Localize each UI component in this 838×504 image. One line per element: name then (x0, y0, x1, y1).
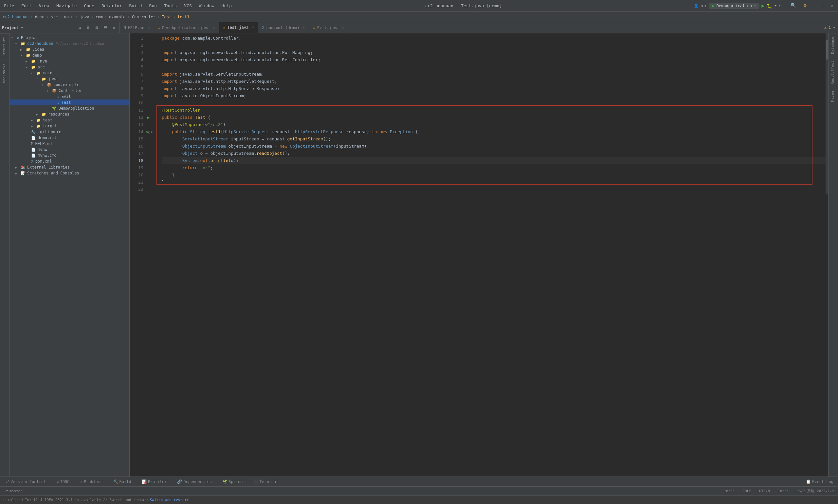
coverage-button[interactable]: ☂ (774, 3, 777, 8)
breadcrumb-project[interactable]: cc2-houduan (3, 15, 29, 19)
tree-cc2-houduan[interactable]: ▾ 📁 cc2-houduan F:/java-sec/cc2-houduan (10, 40, 129, 47)
tool-build[interactable]: 🔨 Build (111, 479, 133, 485)
tool-event-log[interactable]: 📋 Event Log (804, 479, 835, 485)
status-line-col[interactable]: 18:31 (723, 489, 736, 493)
tool-spring[interactable]: 🌱 Spring (220, 479, 245, 485)
run-forward-icon[interactable]: ▶ (705, 4, 707, 8)
tree-com-example[interactable]: ▾ 📦 com.example (10, 82, 129, 88)
code-line-21[interactable]: } (162, 179, 825, 186)
breadcrumb-module[interactable]: demo (35, 15, 44, 19)
tree-test-dir[interactable]: ▶ 📁 test (10, 117, 129, 123)
tree-test-java[interactable]: ▶ ☕ Test (10, 100, 129, 105)
gutter-run-icon-l12[interactable]: ▶ (147, 114, 157, 121)
code-line-17[interactable]: Object o = objectInputStream. readObject… (162, 150, 825, 157)
run-config-chevron[interactable]: ▾ (754, 4, 756, 8)
tool-todo[interactable]: ☑ TODO (54, 479, 71, 485)
code-line-8[interactable]: import javax.servlet.http.HttpServletRes… (162, 85, 825, 92)
scrollbar-thumb[interactable] (826, 40, 828, 59)
tree-gitignore[interactable]: ▶ 🔧 .gitignore (10, 129, 129, 135)
tree-controller-pkg[interactable]: ▾ 📦 Controller (10, 88, 129, 94)
right-tab-maven[interactable]: Maven (828, 88, 838, 105)
tree-demo-iml[interactable]: ▶ 📄 demo.iml (10, 135, 129, 141)
left-tab-bookmarks[interactable]: Bookmarks (0, 60, 10, 86)
run-config-profile-icon[interactable]: 👤 (694, 4, 698, 8)
status-git[interactable]: ⎇ master (3, 489, 24, 493)
code-line-3[interactable]: import org.springframework.web.bind.anno… (162, 49, 825, 56)
code-line-15[interactable]: ServletInputStream inputStream = request… (162, 136, 825, 143)
code-line-2[interactable] (162, 42, 825, 49)
tree-pom-xml[interactable]: ▶ X pom.xml (10, 158, 129, 164)
tab-close-demo[interactable]: × (213, 25, 215, 30)
settings-icon[interactable]: ☰ (102, 24, 109, 32)
breadcrumb-java[interactable]: java (80, 15, 89, 19)
tab-demo-application[interactable]: ☕ DemoApplication.java × (154, 22, 219, 33)
expand-all-icon[interactable]: ⊞ (85, 24, 92, 32)
left-tab-structure[interactable]: Structure (0, 33, 10, 60)
tab-help-md[interactable]: M HELP.md × (120, 22, 154, 33)
code-line-5[interactable] (162, 64, 825, 71)
menu-help[interactable]: Help (220, 3, 233, 9)
tab-close-pom[interactable]: × (303, 25, 305, 30)
gear-icon[interactable]: ⚙ (76, 24, 84, 32)
tree-demo[interactable]: ▾ 📁 demo (10, 52, 129, 58)
code-line-11[interactable]: @RestController (162, 107, 825, 114)
code-line-19[interactable]: return "ok" ; (162, 164, 825, 172)
tree-idea[interactable]: ▶ 📁 .idea (10, 47, 129, 52)
breadcrumb-test-method[interactable]: test1 (177, 15, 189, 19)
notifications-icon[interactable]: ⚙ (804, 3, 806, 9)
menu-edit[interactable]: Edit (20, 3, 33, 9)
menu-navigate[interactable]: Navigate (55, 3, 78, 9)
tree-mvnw[interactable]: ▶ 📄 mvnw (10, 147, 129, 152)
code-line-22[interactable] (162, 186, 825, 193)
menu-file[interactable]: File (3, 3, 15, 9)
tree-help-md[interactable]: ▶ M HELP.md (10, 141, 129, 147)
menu-build[interactable]: Build (128, 3, 143, 9)
maximize-button[interactable]: □ (820, 3, 826, 9)
breadcrumb-example[interactable]: example (109, 15, 126, 19)
tree-project-root[interactable]: ▾ ◉ Project (10, 35, 129, 40)
code-line-18[interactable]: System . out . println (o); (162, 157, 825, 164)
breadcrumb-main[interactable]: main (64, 15, 74, 19)
tree-demo-application[interactable]: ▶ 🌱 DemoApplication (10, 105, 129, 111)
menu-tools[interactable]: Tools (163, 3, 178, 9)
tree-resources[interactable]: ▶ 📁 resources (10, 111, 129, 117)
minimize-button[interactable]: — (810, 3, 817, 9)
menu-vcs[interactable]: VCS (183, 3, 193, 9)
code-line-7[interactable]: import javax.servlet.http.HttpServletReq… (162, 78, 825, 85)
code-line-1[interactable]: package com.example.Controller; (162, 35, 825, 42)
menu-window[interactable]: Window (198, 3, 216, 9)
code-line-16[interactable]: ObjectInputStream objectInputStream = ne… (162, 143, 825, 150)
menu-run[interactable]: Run (148, 3, 158, 9)
tree-src[interactable]: ▾ 📁 src (10, 64, 129, 70)
tree-mvnw-cmd[interactable]: ▶ 📄 mvnw.cmd (10, 152, 129, 158)
tree-java[interactable]: ▾ 📁 java (10, 76, 129, 82)
tab-close-test[interactable]: × (252, 25, 254, 30)
breadcrumb-test-class[interactable]: Test (162, 15, 171, 19)
close-button[interactable]: × (829, 3, 835, 9)
code-lines[interactable]: package com.example.Controller; import o… (159, 33, 825, 194)
tool-dependencies[interactable]: 🔗 Dependencies (175, 479, 214, 485)
tool-problems[interactable]: ⚠ Problems (78, 479, 105, 485)
status-encoding[interactable]: CRLF (742, 489, 753, 493)
breadcrumb-src[interactable]: src (51, 15, 58, 19)
menu-refactor[interactable]: Refactor (100, 3, 123, 9)
breadcrumb-controller[interactable]: Controller (132, 15, 156, 19)
warning-indicator[interactable]: ⚠ 1 (824, 25, 831, 30)
vertical-scrollbar[interactable] (825, 33, 828, 194)
code-line-4[interactable]: import org.springframework.web.bind.anno… (162, 56, 825, 64)
code-line-13[interactable]: @PostMapping ( ⚙ "/cc2" ) (162, 121, 825, 128)
code-line-10[interactable] (162, 100, 825, 107)
right-tab-database[interactable]: Database (828, 33, 838, 57)
run-button[interactable]: ▶ (762, 3, 765, 9)
code-line-9[interactable]: import java.io.ObjectInputStream; (162, 92, 825, 100)
tree-main[interactable]: ▾ 📁 main (10, 70, 129, 76)
tab-close-evil[interactable]: × (342, 25, 344, 30)
tab-close-help[interactable]: × (148, 25, 150, 30)
gutter-icons-l14[interactable]: ⚙ @ ▼ (146, 128, 159, 136)
run-back-icon[interactable]: ◀ (700, 4, 703, 8)
tree-target[interactable]: ▶ 📁 target (10, 123, 129, 129)
tab-pom-xml[interactable]: X pom.xml (demo) × (258, 22, 309, 33)
code-line-12[interactable]: public class Test { (162, 114, 825, 121)
search-everywhere-btn[interactable]: 🔍 (790, 3, 796, 9)
right-tab-restfultool[interactable]: RestfulTool (828, 57, 838, 88)
